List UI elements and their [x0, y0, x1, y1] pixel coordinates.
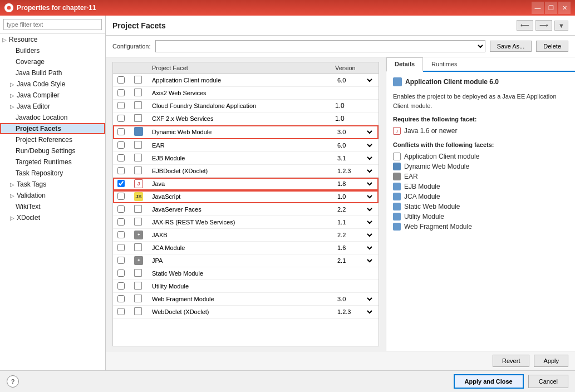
- bottom-left: ?: [7, 375, 19, 388]
- facet-checkbox[interactable]: [117, 270, 125, 277]
- version-select[interactable]: 3.0: [335, 128, 374, 136]
- conflict-label: Dynamic Web Module: [404, 163, 469, 170]
- apply-button[interactable]: Apply: [534, 355, 568, 367]
- sidebar-item-label: Task Repository: [16, 169, 63, 177]
- table-row: Axis2 Web Services: [113, 87, 379, 100]
- nav-back-button[interactable]: ⟵: [517, 20, 533, 31]
- sidebar-item-project-facets[interactable]: Project Facets: [0, 123, 105, 134]
- help-button[interactable]: ?: [7, 375, 19, 388]
- facet-checkbox[interactable]: [117, 102, 125, 109]
- sidebar-item-label: Project References: [16, 136, 72, 144]
- version-select[interactable]: 6.0: [335, 141, 374, 149]
- table-row: WebDoclet (XDoclet) 1.2.3: [113, 306, 379, 318]
- list-item: EJB Module: [393, 182, 568, 192]
- version-select[interactable]: 3.0: [335, 295, 374, 303]
- expand-arrow-icon: ▷: [10, 215, 14, 221]
- filter-input[interactable]: [3, 19, 102, 30]
- version-select[interactable]: 1.0: [335, 193, 374, 200]
- list-item: Static Web Module: [393, 202, 568, 212]
- facet-checkbox[interactable]: [117, 115, 125, 122]
- dyn-icon: [134, 127, 143, 136]
- config-section: Configuration: Save As... Delete: [106, 36, 575, 57]
- revert-button[interactable]: Revert: [493, 355, 529, 367]
- minimize-button[interactable]: —: [532, 2, 544, 14]
- sidebar-item-wikitext[interactable]: WikiText: [0, 201, 105, 212]
- sidebar-item-label: Task Tags: [17, 180, 46, 188]
- version-select[interactable]: 1.1: [335, 218, 374, 226]
- version-select[interactable]: 1.8: [335, 180, 374, 188]
- facet-checkbox[interactable]: [117, 308, 125, 315]
- facet-checkbox[interactable]: [117, 244, 125, 251]
- java-icon: J: [134, 179, 143, 188]
- facet-label: JAXB: [148, 229, 331, 242]
- sidebar-item-targeted-runtimes[interactable]: Targeted Runtimes: [0, 156, 105, 168]
- content-area: ▷ Resource Builders Coverage Java Build …: [0, 16, 575, 370]
- sidebar-item-xdoclet[interactable]: ▷ XDoclet: [0, 212, 105, 223]
- version-select[interactable]: 2.2: [335, 231, 374, 239]
- sidebar-item-resource[interactable]: ▷ Resource: [0, 34, 105, 45]
- icon-header: [130, 62, 148, 74]
- restore-button[interactable]: ❐: [545, 2, 557, 14]
- window-title: Properties for chapter-11: [17, 4, 96, 12]
- sidebar-item-builders[interactable]: Builders: [0, 45, 105, 56]
- version-select[interactable]: 1.2.3: [335, 308, 374, 316]
- bottom-right: Apply and Close Cancel: [454, 374, 568, 389]
- version-select[interactable]: 3.1: [335, 154, 374, 162]
- sidebar-item-task-tags[interactable]: ▷ Task Tags: [0, 179, 105, 190]
- version-select[interactable]: 2.2: [335, 205, 374, 213]
- facet-checkbox[interactable]: [117, 167, 125, 174]
- version-select[interactable]: 6.0: [335, 76, 374, 84]
- facet-checkbox[interactable]: [117, 282, 125, 290]
- version-select[interactable]: 1.2.3: [335, 167, 374, 175]
- sidebar-item-java-editor[interactable]: ▷ Java Editor: [0, 101, 105, 112]
- mid-buttons: Revert Apply: [106, 351, 575, 370]
- delete-button[interactable]: Delete: [536, 41, 568, 52]
- conflict-icon: [393, 153, 401, 160]
- page-icon: [134, 101, 142, 109]
- facet-checkbox[interactable]: [117, 89, 125, 96]
- sidebar-item-project-references[interactable]: Project References: [0, 134, 105, 145]
- table-row: JS JavaScript 1.0: [113, 190, 379, 203]
- facet-checkbox[interactable]: [117, 193, 125, 200]
- version-select[interactable]: 1.6: [335, 244, 374, 252]
- sidebar-item-run-debug-settings[interactable]: Run/Debug Settings: [0, 145, 105, 156]
- sidebar-item-validation[interactable]: ▷ Validation: [0, 190, 105, 201]
- cancel-button[interactable]: Cancel: [528, 375, 568, 388]
- sidebar-item-java-build-path[interactable]: Java Build Path: [0, 67, 105, 79]
- facet-checkbox[interactable]: [117, 231, 125, 238]
- table-row: J Java 1.8: [113, 178, 379, 190]
- version-text: 1.0: [335, 115, 345, 122]
- facet-checkbox[interactable]: [117, 76, 125, 84]
- facet-checkbox[interactable]: [117, 128, 125, 135]
- facet-checkbox[interactable]: [117, 154, 125, 161]
- sidebar-item-java-code-style[interactable]: ▷ Java Code Style: [0, 79, 105, 90]
- sidebar-item-javadoc-location[interactable]: Javadoc Location: [0, 112, 105, 123]
- facet-label: JAX-RS (REST Web Services): [148, 216, 331, 229]
- sidebar-item-coverage[interactable]: Coverage: [0, 56, 105, 67]
- close-button[interactable]: ✕: [558, 2, 571, 14]
- sidebar-item-task-repository[interactable]: Task Repository: [0, 168, 105, 179]
- facet-checkbox[interactable]: [117, 205, 125, 213]
- save-as-button[interactable]: Save As...: [490, 41, 532, 52]
- page-icon: [134, 76, 142, 84]
- sidebar-item-label: Java Editor: [17, 102, 50, 110]
- facet-checkbox[interactable]: [117, 180, 125, 187]
- facet-checkbox[interactable]: [117, 295, 125, 302]
- table-row: Utility Module: [113, 280, 379, 293]
- window-icon: [4, 3, 13, 12]
- facet-checkbox[interactable]: [117, 218, 125, 226]
- tab-details[interactable]: Details: [386, 57, 423, 72]
- config-select[interactable]: [155, 40, 485, 52]
- table-row: Static Web Module: [113, 267, 379, 280]
- details-tabs: Details Runtimes: [386, 57, 575, 72]
- sidebar-item-java-compiler[interactable]: ▷ Java Compiler: [0, 90, 105, 101]
- apply-close-button[interactable]: Apply and Close: [454, 374, 524, 389]
- table-row: ✦ JPA 2.1: [113, 254, 379, 267]
- facet-checkbox[interactable]: [117, 141, 125, 149]
- nav-dropdown-button[interactable]: ▼: [554, 21, 568, 31]
- list-item: EAR: [393, 171, 568, 182]
- tab-runtimes[interactable]: Runtimes: [423, 57, 465, 71]
- version-select[interactable]: 2.1: [335, 257, 374, 264]
- nav-forward-button[interactable]: ⟶: [535, 20, 552, 31]
- facet-checkbox[interactable]: [117, 257, 125, 264]
